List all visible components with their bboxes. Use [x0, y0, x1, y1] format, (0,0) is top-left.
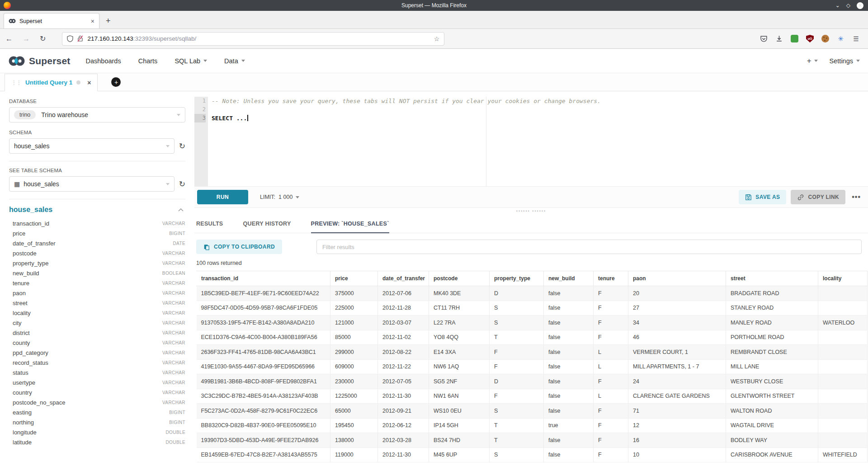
table-cell: 2636F323-FF41-4765-81DB-98CAA6A43BC1 [197, 345, 330, 360]
table-cell: ECE1D376-C9A6-4C00-B004-A380B189FA56 [197, 330, 330, 345]
table-cell: 98F5DC47-0D05-4D59-95B7-98CA6F1FDE05 [197, 301, 330, 316]
ublock-origin-icon[interactable]: uO [806, 35, 814, 42]
more-actions-button[interactable]: ••• [852, 193, 861, 201]
table-cell [818, 345, 868, 360]
table-cell: WESTBURY CLOSE [726, 374, 818, 389]
results-tab-query-history[interactable]: QUERY HISTORY [243, 221, 291, 233]
privacy-badger-icon[interactable] [791, 35, 798, 42]
run-button[interactable]: RUN [197, 190, 248, 204]
drag-handle-icon[interactable]: ⋮⋮ [11, 80, 21, 86]
nav-item-sql-lab[interactable]: SQL Lab [175, 57, 207, 65]
table-cell: 193907D3-5DBD-453D-A49E-9FEE27DAB926 [197, 433, 330, 448]
database-select[interactable]: trino Trino warehouse [9, 107, 185, 122]
sql-editor[interactable]: 123 -- Note: Unless you save your query,… [194, 91, 868, 186]
results-column-header[interactable]: postcode [429, 271, 490, 286]
bookmark-star-icon[interactable]: ☆ [434, 35, 440, 42]
schema-column-name: city [13, 320, 22, 326]
results-column-header[interactable]: price [330, 271, 378, 286]
menu-icon[interactable]: ☰ [852, 35, 860, 42]
results-column-header[interactable]: locality [818, 271, 868, 286]
query-tab-close-icon[interactable]: × [87, 79, 91, 86]
schema-column-type: BIGINT [169, 231, 185, 236]
schema-column-name: latitude [13, 439, 32, 446]
results-tab-results[interactable]: RESULTS [196, 221, 223, 233]
insecure-lock-icon[interactable] [77, 35, 83, 42]
link-icon [797, 194, 804, 201]
table-cell: S [490, 316, 544, 330]
downloads-icon[interactable] [775, 35, 783, 42]
results-column-header[interactable]: new_build [544, 271, 594, 286]
superset-brand[interactable]: Superset [8, 56, 70, 66]
new-tab-button[interactable]: + [106, 16, 111, 26]
add-query-tab-button[interactable]: + [111, 77, 121, 87]
results-column-header[interactable]: street [726, 271, 818, 286]
window-maximize-button[interactable]: ◇ [846, 3, 850, 8]
nav-item-data[interactable]: Data [224, 57, 245, 65]
schema-column-name: country [13, 389, 32, 396]
table-cell: 2012-03-28 [378, 433, 429, 448]
table-cell: WAGTAIL DRIVE [726, 418, 818, 433]
sql-lab-left-panel: DATABASE trino Trino warehouse SCHEMA ho… [0, 91, 194, 471]
results-column-header[interactable]: transaction_id [197, 271, 330, 286]
table-cell: WHITEFIELD [818, 447, 868, 462]
results-actions-row: COPY TO CLIPBOARD [194, 233, 868, 254]
url-bar[interactable]: 217.160.120.143:32393/superset/sqllab/ ☆ [62, 32, 444, 46]
schema-column-row: latitudeDOUBLE [9, 437, 185, 447]
table-title[interactable]: house_sales [9, 206, 52, 214]
chevron-down-icon [203, 60, 207, 62]
grip-dots-icon: •••••• •••••• [516, 210, 546, 212]
results-table-container[interactable]: transaction_idpricedate_of_transferpostc… [194, 271, 868, 471]
add-new-menu[interactable]: + [807, 57, 818, 66]
browser-tab-close-icon[interactable]: × [91, 18, 94, 25]
results-column-header[interactable]: property_type [490, 271, 544, 286]
window-close-button[interactable]: × [857, 2, 863, 9]
schema-column-name: price [13, 230, 25, 237]
pocket-icon[interactable] [760, 35, 768, 42]
table-cell: 2012-06-12 [378, 418, 429, 433]
copy-to-clipboard-button[interactable]: COPY TO CLIPBOARD [196, 240, 282, 254]
query-tab[interactable]: ⋮⋮ Untitled Query 1 × [5, 74, 98, 91]
table-cell: false [544, 389, 594, 404]
schema-column-type: VARCHAR [162, 291, 185, 296]
forward-button[interactable]: → [23, 35, 30, 43]
save-as-button[interactable]: SAVE AS [739, 190, 786, 204]
refresh-table-icon[interactable]: ↻ [179, 179, 185, 189]
reload-button[interactable]: ↻ [40, 34, 46, 43]
schema-column-name: easting [13, 409, 32, 416]
table-cell: false [544, 359, 594, 374]
copy-link-button[interactable]: COPY LINK [791, 190, 845, 204]
query-tab-bar: ⋮⋮ Untitled Query 1 × + [0, 73, 868, 91]
cookie-extension-icon[interactable] [821, 35, 829, 42]
schema-column-type: VARCHAR [162, 370, 185, 375]
nav-item-charts[interactable]: Charts [138, 57, 158, 65]
browser-tab[interactable]: Superset × [4, 13, 99, 28]
refresh-schema-icon[interactable]: ↻ [179, 141, 185, 151]
schema-column-name: new_build [13, 270, 39, 277]
shield-icon[interactable] [67, 35, 73, 42]
chevron-up-icon[interactable] [178, 208, 184, 212]
extension-asterisk-icon[interactable]: ✳ [837, 35, 844, 42]
schema-column-type: VARCHAR [162, 390, 185, 395]
settings-menu[interactable]: Settings [830, 57, 860, 65]
nav-item-dashboards[interactable]: Dashboards [85, 57, 121, 65]
pane-resize-handle[interactable]: •••••• •••••• [194, 208, 868, 214]
limit-dropdown[interactable]: LIMIT: 1 000 [260, 194, 299, 200]
results-column-header[interactable]: paon [628, 271, 726, 286]
plus-label: + [807, 57, 811, 66]
results-tab-preview-house-sales[interactable]: PREVIEW: `HOUSE_SALES` [311, 221, 389, 233]
table-cell [818, 389, 868, 404]
editor-code-area[interactable]: -- Note: Unless you save your query, the… [208, 97, 868, 186]
results-column-header[interactable]: tenure [594, 271, 628, 286]
back-button[interactable]: ← [5, 35, 13, 43]
table-cell: BS24 7HD [429, 433, 490, 448]
filter-results-input[interactable] [316, 240, 862, 254]
results-column-header[interactable]: date_of_transfer [378, 271, 429, 286]
table-schema-select[interactable]: ▦ house_sales [9, 176, 175, 192]
table-cell: L [594, 389, 628, 404]
window-minimize-button[interactable]: ⌄ [835, 3, 840, 8]
table-cell: F [594, 316, 628, 330]
table-cell: 2012-11-02 [378, 330, 429, 345]
schema-select[interactable]: house_sales [9, 138, 175, 154]
results-table: transaction_idpricedate_of_transferpostc… [196, 271, 868, 462]
schema-column-name: district [13, 330, 30, 336]
